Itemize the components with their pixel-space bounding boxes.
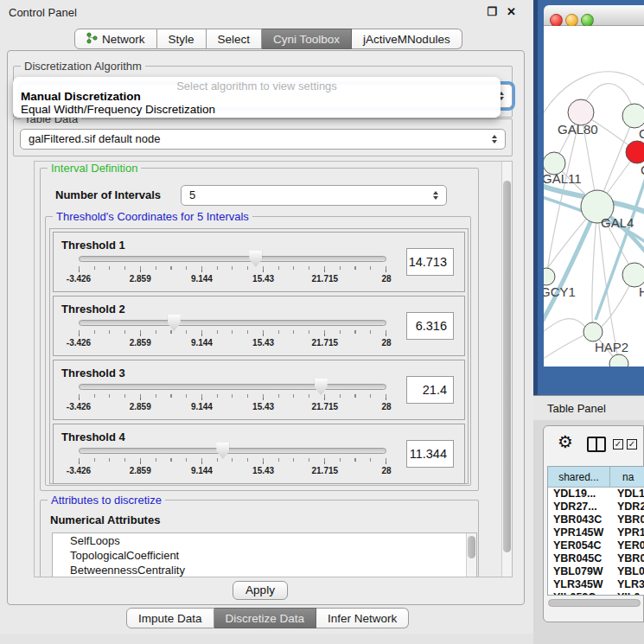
table-row[interactable]: YPR145WYPR1	[548, 526, 644, 539]
float-window-icon[interactable]: ❐	[487, 5, 497, 18]
threshold-slider[interactable]	[79, 320, 386, 326]
split-view-icon[interactable]	[587, 437, 606, 452]
slider-thumb[interactable]	[216, 443, 229, 459]
slider-tick-labels: -3.4262.8599.14415.4321.71528	[79, 402, 386, 412]
table-row[interactable]: YDL19...YDL1	[548, 488, 644, 501]
threshold-value-field[interactable]: 11.344	[406, 440, 454, 468]
list-scrollbar[interactable]	[466, 533, 476, 577]
close-traffic-light-icon[interactable]	[550, 14, 563, 27]
table-cell[interactable]: YER054C	[548, 539, 610, 552]
gear-icon[interactable]: ⚙	[558, 433, 573, 450]
threshold-value-field[interactable]: 14.713	[406, 248, 454, 276]
numerical-attribute-item[interactable]: TopologicalCoefficient	[53, 548, 476, 563]
close-window-icon[interactable]: ✕	[507, 5, 516, 18]
threshold-slider[interactable]	[79, 384, 386, 390]
network-node[interactable]	[544, 268, 555, 285]
table-row[interactable]: YBR045CYBR0	[548, 552, 644, 565]
node-label: G	[639, 126, 644, 141]
network-node[interactable]	[622, 263, 644, 287]
table-cell[interactable]: YDR2	[610, 501, 644, 513]
table-cell[interactable]: YLR3	[610, 578, 644, 591]
group-title: Threshold's Coordinates for 5 Intervals	[53, 210, 252, 223]
minimize-traffic-light-icon[interactable]	[565, 14, 578, 27]
numerical-attribute-item[interactable]: BetweennessCentrality	[53, 563, 476, 577]
numerical-attributes-label: Numerical Attributes	[50, 513, 160, 526]
table-row[interactable]: YDR27...YDR2	[548, 501, 644, 513]
table-cell[interactable]: YBR0	[610, 552, 644, 565]
network-node[interactable]	[622, 104, 644, 128]
checkbox-icon[interactable]: ✓	[613, 439, 623, 450]
tick-label: 28	[381, 466, 391, 475]
tab-label: Select	[218, 33, 251, 46]
table-cell[interactable]: YIL0	[610, 591, 644, 596]
table-cell[interactable]: YBR0	[610, 513, 644, 526]
horizontal-scrollbar[interactable]	[548, 599, 641, 607]
cyni-toolbox-panel: Discretization Algorithm Select algorith…	[7, 50, 525, 605]
table-cell[interactable]: YBL079W	[548, 565, 610, 578]
table-cell[interactable]: YLR345W	[548, 578, 610, 591]
table-cell[interactable]: YBR043C	[548, 513, 610, 526]
tab-network[interactable]: Network	[74, 29, 157, 49]
table-row[interactable]: YIL052CYIL0	[548, 591, 644, 596]
table-row[interactable]: YBR043CYBR0	[548, 513, 644, 526]
table-header-row: shared... na	[548, 467, 644, 488]
number-of-intervals-combobox[interactable]: 5	[181, 185, 447, 206]
network-canvas[interactable]: GAL80GCGAL11GAL4GCY1HHAP2	[544, 26, 644, 367]
tab-impute-data[interactable]: Impute Data	[126, 608, 214, 628]
scrollbar-thumb[interactable]	[468, 536, 475, 558]
column-header-name[interactable]: na	[610, 467, 644, 487]
network-node[interactable]	[626, 141, 644, 163]
tab-select[interactable]: Select	[207, 29, 263, 49]
threshold-label: Threshold 1	[61, 239, 125, 252]
zoom-traffic-light-icon[interactable]	[581, 14, 594, 27]
table-data-combobox[interactable]: galFiltered.sif default node	[20, 129, 506, 150]
table-cell[interactable]: YBL0	[610, 565, 644, 578]
popup-option-manual-discretization[interactable]: Manual Discretization	[21, 90, 141, 103]
tab-cyni-toolbox[interactable]: Cyni Toolbox	[262, 29, 352, 49]
threshold-value-field[interactable]: 21.4	[406, 376, 454, 404]
tab-style[interactable]: Style	[157, 29, 207, 49]
slider-thumb[interactable]	[249, 251, 262, 267]
network-node[interactable]	[583, 322, 603, 341]
slider-thumb[interactable]	[168, 315, 181, 331]
table-cell[interactable]: YBR045C	[548, 552, 610, 565]
tab-infer-network[interactable]: Infer Network	[316, 608, 409, 628]
slider-minor-ticks	[79, 394, 386, 398]
popup-option-equal-width-frequency[interactable]: Equal Width/Frequency Discretization	[21, 103, 215, 116]
slider-thumb[interactable]	[315, 379, 328, 395]
scrollbar-thumb[interactable]	[503, 181, 511, 552]
table-cell[interactable]: YPR1	[610, 526, 644, 539]
threshold-value-field[interactable]: 6.316	[406, 312, 454, 340]
slider-tick-labels: -3.4262.8599.14415.4321.71528	[79, 466, 386, 476]
table-cell[interactable]: YPR145W	[548, 526, 610, 539]
network-window-titlebar	[544, 5, 644, 26]
tab-discretize-data[interactable]: Discretize Data	[214, 608, 317, 628]
combo-arrows-icon	[492, 132, 499, 146]
threshold-label: Threshold 2	[61, 303, 125, 316]
table-cell[interactable]: YER0	[610, 539, 644, 552]
table-cell[interactable]: YDR27...	[548, 501, 610, 513]
numerical-attributes-list[interactable]: SelfLoopsTopologicalCoefficientBetweenne…	[52, 532, 477, 577]
column-header-shared-name[interactable]: shared...	[548, 467, 610, 487]
node-label: GAL80	[558, 122, 598, 137]
number-of-intervals-label: Number of Intervals	[55, 188, 161, 201]
numerical-attribute-item[interactable]: SelfLoops	[53, 533, 476, 548]
threshold-slider[interactable]	[79, 448, 386, 454]
threshold-slider[interactable]	[79, 256, 386, 262]
tab-jactivemnodules[interactable]: jActiveMNodules	[352, 29, 462, 49]
combo-value: 5	[189, 188, 195, 201]
table-cell[interactable]: YIL052C	[548, 591, 610, 596]
tick-label: -3.426	[67, 402, 91, 411]
tick-label: -3.426	[67, 274, 91, 284]
node-attribute-table[interactable]: shared... na YDL19...YDL1YDR27...YDR2YBR…	[547, 466, 644, 596]
table-row[interactable]: YBL079WYBL0	[548, 565, 644, 578]
table-cell[interactable]: YDL19...	[548, 488, 610, 501]
tick-label: -3.426	[67, 466, 91, 475]
apply-button[interactable]: Apply	[233, 581, 288, 600]
table-row[interactable]: YLR345WYLR3	[548, 578, 644, 591]
tab-label: Discretize Data	[226, 612, 305, 625]
checkbox-icon[interactable]: ✓	[627, 439, 637, 450]
table-row[interactable]: YER054CYER0	[548, 539, 644, 552]
pane-scrollbar[interactable]	[501, 162, 513, 577]
table-cell[interactable]: YDL1	[610, 488, 644, 501]
